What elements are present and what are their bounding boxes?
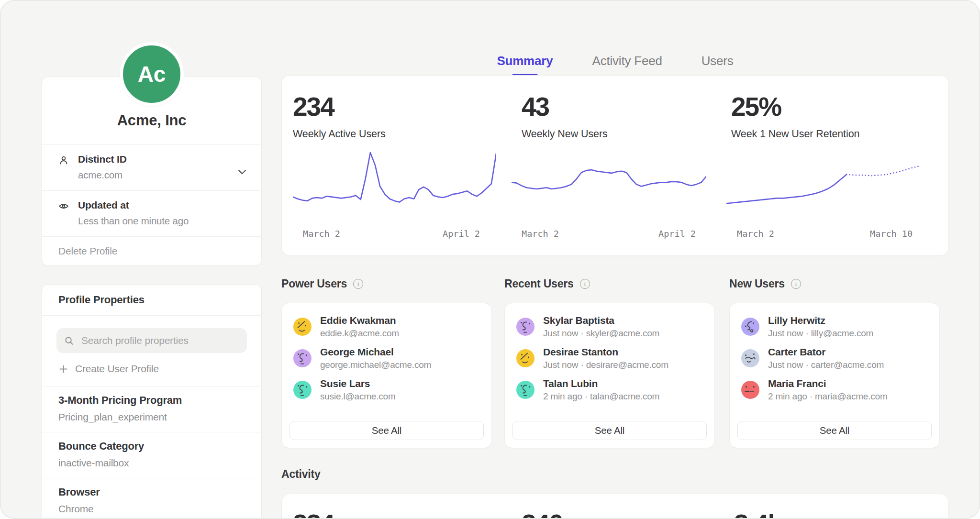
- see-all-button[interactable]: See All: [737, 421, 932, 440]
- activity-stat: 3.4k: [734, 508, 781, 519]
- new-users-card: Lilly Herwitz Just now · lilly@acme.com …: [729, 303, 940, 448]
- stat-week1-retention: 25% Week 1 New User Retention: [731, 91, 859, 140]
- activity-stat: 234: [293, 508, 334, 519]
- user-meta: 2 min ago · maria@acme.com: [768, 391, 888, 402]
- plus-icon: [59, 364, 68, 374]
- updated-at-label: Updated at: [78, 199, 189, 211]
- avatar: [293, 381, 312, 399]
- user-row[interactable]: Lilly Herwitz Just now · lilly@acme.com: [730, 311, 939, 342]
- avatar: [516, 381, 535, 399]
- create-user-profile-label: Create User Profile: [75, 363, 159, 375]
- avatar: [516, 318, 535, 336]
- eye-icon: [58, 201, 69, 211]
- user-row[interactable]: Skylar Baptista Just now · skyler@acme.c…: [505, 311, 714, 342]
- org-name: Acme, Inc: [117, 112, 187, 129]
- search-icon: [64, 336, 74, 346]
- distinct-id-label: Distinct ID: [78, 154, 127, 165]
- profile-dashboard: Ac Acme, Inc Distinct ID acme.com Update…: [0, 0, 980, 519]
- tab-users[interactable]: Users: [702, 54, 734, 77]
- user-meta: susie.l@acme.com: [320, 391, 396, 402]
- main-column: Summary Activity Feed Users 234 Weekly A…: [281, 1, 949, 519]
- user-name: Talan Lubin: [543, 378, 659, 389]
- user-meta: eddie.k@acme.com: [320, 328, 399, 339]
- activity-title: Activity: [281, 468, 320, 481]
- avatar: [516, 349, 535, 367]
- tab-activity-feed[interactable]: Activity Feed: [592, 54, 662, 77]
- new-users-title: New Users i: [729, 277, 801, 290]
- user-name: Carter Bator: [768, 346, 884, 358]
- user-meta: Just now · desirare@acme.com: [543, 360, 668, 370]
- activity-card: 234 240 3.4k: [281, 494, 949, 519]
- search-input[interactable]: [80, 334, 239, 347]
- user-row[interactable]: Talan Lubin 2 min ago · talan@acme.com: [505, 374, 714, 406]
- week1-retention-chart: [726, 149, 920, 219]
- user-name: George Michael: [320, 346, 431, 358]
- distinct-id-row[interactable]: Distinct ID acme.com: [42, 144, 261, 190]
- property-row: Bounce Category inactive-mailbox: [42, 432, 261, 478]
- recent-users-card: Skylar Baptista Just now · skyler@acme.c…: [504, 303, 715, 448]
- power-users-card: Eddie Kwakman eddie.k@acme.com George Mi…: [281, 303, 492, 448]
- user-meta: Just now · skyler@acme.com: [543, 328, 659, 339]
- activity-stat: 240: [522, 508, 563, 519]
- delete-profile-button[interactable]: Delete Profile: [42, 236, 261, 265]
- profile-properties-card: Profile Properties Create User Profile 3…: [42, 284, 262, 519]
- user-row[interactable]: George Michael george.michael@acme.com: [282, 342, 491, 374]
- stat-label: Weekly New Users: [522, 128, 608, 140]
- x-tick: March 2: [737, 229, 774, 239]
- weekly-active-users-chart: [293, 149, 496, 219]
- power-users-title: Power Users i: [281, 277, 363, 290]
- distinct-id-value: acme.com: [78, 169, 127, 181]
- user-meta: Just now · lilly@acme.com: [768, 328, 873, 339]
- user-row[interactable]: Desirae Stanton Just now · desirare@acme…: [505, 342, 714, 374]
- see-all-button[interactable]: See All: [290, 421, 484, 440]
- user-name: Lilly Herwitz: [768, 315, 873, 326]
- user-row[interactable]: Eddie Kwakman eddie.k@acme.com: [282, 311, 491, 342]
- updated-at-row: Updated at Less than one minute ago: [42, 190, 261, 236]
- user-meta: 2 min ago · talan@acme.com: [543, 391, 659, 402]
- stat-number: 43: [522, 91, 608, 122]
- stat-label: Weekly Active Users: [293, 128, 386, 140]
- summary-card: 234 Weekly Active Users 43 Weekly New Us…: [281, 75, 949, 256]
- property-value: Pricing_plan_experiment: [58, 411, 245, 423]
- weekly-new-users-chart: [512, 149, 706, 219]
- avatar: [741, 349, 759, 367]
- stat-weekly-new-users: 43 Weekly New Users: [522, 91, 608, 140]
- user-row[interactable]: Susie Lars susie.l@acme.com: [282, 374, 491, 406]
- info-icon[interactable]: i: [353, 279, 363, 289]
- user-row[interactable]: Maria Franci 2 min ago · maria@acme.com: [730, 374, 939, 406]
- property-value: inactive-mailbox: [58, 457, 245, 469]
- info-icon[interactable]: i: [791, 279, 801, 289]
- person-icon: [58, 155, 69, 166]
- see-all-button[interactable]: See All: [512, 421, 707, 440]
- property-label: 3-Month Pricing Program: [58, 394, 245, 407]
- recent-users-title: Recent Users i: [504, 277, 590, 290]
- org-avatar: Ac: [120, 42, 184, 106]
- updated-at-value: Less than one minute ago: [78, 215, 189, 227]
- chevron-down-icon[interactable]: [236, 166, 248, 177]
- x-tick: April 2: [443, 229, 480, 239]
- user-name: Susie Lars: [320, 378, 396, 389]
- user-meta: george.michael@acme.com: [320, 360, 431, 370]
- avatar: [741, 381, 759, 399]
- stat-number: 25%: [731, 91, 859, 122]
- x-tick: March 2: [303, 229, 340, 239]
- x-tick: March 10: [870, 229, 913, 239]
- user-name: Eddie Kwakman: [320, 315, 399, 326]
- x-tick: March 2: [522, 229, 559, 239]
- create-user-profile-button[interactable]: Create User Profile: [59, 363, 247, 375]
- user-name: Maria Franci: [768, 378, 888, 389]
- stat-number: 3.4k: [734, 508, 781, 519]
- property-label: Bounce Category: [58, 440, 245, 453]
- avatar: [741, 318, 759, 336]
- stat-weekly-active-users: 234 Weekly Active Users: [293, 91, 386, 140]
- tab-bar: Summary Activity Feed Users: [281, 54, 949, 77]
- user-row[interactable]: Carter Bator Just now · carter@acme.com: [730, 342, 939, 374]
- avatar: [293, 318, 312, 336]
- org-avatar-initials: Ac: [138, 61, 166, 87]
- property-row: 3-Month Pricing Program Pricing_plan_exp…: [42, 386, 261, 432]
- profile-properties-search[interactable]: [56, 328, 247, 353]
- user-name: Desirae Stanton: [543, 346, 668, 358]
- property-label: Browser: [58, 486, 245, 498]
- tab-summary[interactable]: Summary: [497, 54, 553, 77]
- info-icon[interactable]: i: [580, 279, 590, 289]
